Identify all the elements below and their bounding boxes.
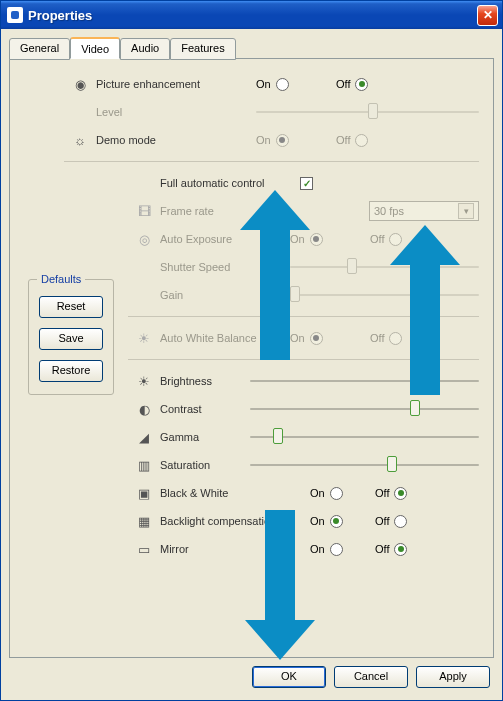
label-backlight: Backlight compensation xyxy=(160,515,310,527)
label-black-white: Black & White xyxy=(160,487,310,499)
tab-audio[interactable]: Audio xyxy=(120,38,170,60)
checkbox-full-automatic[interactable]: ✓ xyxy=(300,177,313,190)
reset-button[interactable]: Reset xyxy=(39,296,103,318)
chevron-down-icon: ▾ xyxy=(458,203,474,219)
label-on: On xyxy=(310,515,325,527)
row-mirror: ▭ Mirror On Off xyxy=(128,538,479,560)
video-panel: ◉ Picture enhancement On Off xyxy=(9,58,494,658)
radio-backlight-on[interactable] xyxy=(330,515,343,528)
dialog-footer: OK Cancel Apply xyxy=(9,658,494,692)
slider-gain xyxy=(290,288,479,302)
combo-frame-rate: 30 fps ▾ xyxy=(369,201,479,221)
label-gamma: Gamma xyxy=(160,431,250,443)
row-full-automatic: Full automatic control ✓ xyxy=(128,172,479,194)
row-gamma: ◢ Gamma xyxy=(128,426,479,448)
radio-picture-enhancement-off[interactable] xyxy=(355,78,368,91)
slider-gamma[interactable] xyxy=(250,430,479,444)
eye-icon: ◉ xyxy=(64,77,96,92)
titlebar: Properties ✕ xyxy=(1,1,502,29)
save-button[interactable]: Save xyxy=(39,328,103,350)
radio-autoexp-off xyxy=(389,233,402,246)
row-saturation: ▥ Saturation xyxy=(128,454,479,476)
label-level: Level xyxy=(96,106,256,118)
tab-strip: General Video Audio Features xyxy=(9,37,494,59)
window-title: Properties xyxy=(28,8,477,23)
label-on: On xyxy=(310,487,325,499)
label-picture-enhancement: Picture enhancement xyxy=(96,78,256,90)
label-on: On xyxy=(256,134,271,146)
film-icon: 🎞 xyxy=(128,204,160,219)
row-brightness: ☀ Brightness xyxy=(128,370,479,392)
tab-video[interactable]: Video xyxy=(70,37,120,59)
slider-saturation[interactable] xyxy=(250,458,479,472)
slider-shutter-speed xyxy=(290,260,479,274)
radio-bw-off[interactable] xyxy=(394,487,407,500)
radio-bw-on[interactable] xyxy=(330,487,343,500)
gamma-icon: ◢ xyxy=(128,430,160,445)
properties-window: Properties ✕ General Video Audio Feature… xyxy=(0,0,503,701)
row-auto-exposure: ◎ Auto Exposure On Off xyxy=(128,228,479,250)
aperture-icon: ◎ xyxy=(128,232,160,247)
black-white-icon: ▣ xyxy=(128,486,160,501)
row-contrast: ◐ Contrast xyxy=(128,398,479,420)
mirror-icon: ▭ xyxy=(128,542,160,557)
label-off: Off xyxy=(375,487,389,499)
brightness-icon: ☀ xyxy=(128,374,160,389)
radio-picture-enhancement-on[interactable] xyxy=(276,78,289,91)
label-off: Off xyxy=(375,515,389,527)
row-black-white: ▣ Black & White On Off xyxy=(128,482,479,504)
saturation-icon: ▥ xyxy=(128,458,160,473)
cancel-button[interactable]: Cancel xyxy=(334,666,408,688)
restore-button[interactable]: Restore xyxy=(39,360,103,382)
label-on: On xyxy=(290,233,305,245)
label-off: Off xyxy=(375,543,389,555)
wb-icon: ☀ xyxy=(128,331,160,346)
backlight-icon: ▦ xyxy=(128,514,160,529)
label-off: Off xyxy=(370,233,384,245)
label-gain: Gain xyxy=(160,289,290,301)
label-contrast: Contrast xyxy=(160,403,250,415)
apply-button[interactable]: Apply xyxy=(416,666,490,688)
radio-awb-off xyxy=(389,332,402,345)
row-picture-enhancement: ◉ Picture enhancement On Off xyxy=(64,73,479,95)
defaults-group: Defaults Reset Save Restore xyxy=(28,279,114,395)
label-full-automatic: Full automatic control xyxy=(160,177,300,189)
radio-mirror-on[interactable] xyxy=(330,543,343,556)
tab-features[interactable]: Features xyxy=(170,38,235,60)
label-on: On xyxy=(256,78,271,90)
radio-demo-off xyxy=(355,134,368,147)
label-off: Off xyxy=(370,332,384,344)
label-brightness: Brightness xyxy=(160,375,250,387)
row-frame-rate: 🎞 Frame rate 30 fps ▾ xyxy=(128,200,479,222)
defaults-legend: Defaults xyxy=(37,273,85,285)
close-button[interactable]: ✕ xyxy=(477,5,498,26)
slider-brightness[interactable] xyxy=(250,374,479,388)
row-gain: Gain xyxy=(128,284,479,306)
tab-general[interactable]: General xyxy=(9,38,70,60)
row-shutter-speed: Shutter Speed xyxy=(128,256,479,278)
row-demo-mode: ☼ Demo mode On Off xyxy=(64,129,479,151)
label-off: Off xyxy=(336,78,350,90)
label-demo-mode: Demo mode xyxy=(96,134,256,146)
radio-mirror-off[interactable] xyxy=(394,543,407,556)
radio-autoexp-on xyxy=(310,233,323,246)
label-auto-exposure: Auto Exposure xyxy=(160,233,290,245)
row-level: Level xyxy=(64,101,479,123)
row-backlight: ▦ Backlight compensation On Off xyxy=(128,510,479,532)
radio-backlight-off[interactable] xyxy=(394,515,407,528)
label-auto-wb: Auto White Balance xyxy=(160,332,290,344)
label-saturation: Saturation xyxy=(160,459,250,471)
row-auto-wb: ☀ Auto White Balance On Off xyxy=(128,327,479,349)
contrast-icon: ◐ xyxy=(128,402,160,417)
slider-contrast[interactable] xyxy=(250,402,479,416)
label-on: On xyxy=(310,543,325,555)
sun-icon: ☼ xyxy=(64,133,96,148)
slider-level xyxy=(256,105,479,119)
label-shutter-speed: Shutter Speed xyxy=(160,261,290,273)
label-frame-rate: Frame rate xyxy=(160,205,320,217)
label-mirror: Mirror xyxy=(160,543,310,555)
radio-awb-on xyxy=(310,332,323,345)
radio-demo-on xyxy=(276,134,289,147)
label-on: On xyxy=(290,332,305,344)
ok-button[interactable]: OK xyxy=(252,666,326,688)
